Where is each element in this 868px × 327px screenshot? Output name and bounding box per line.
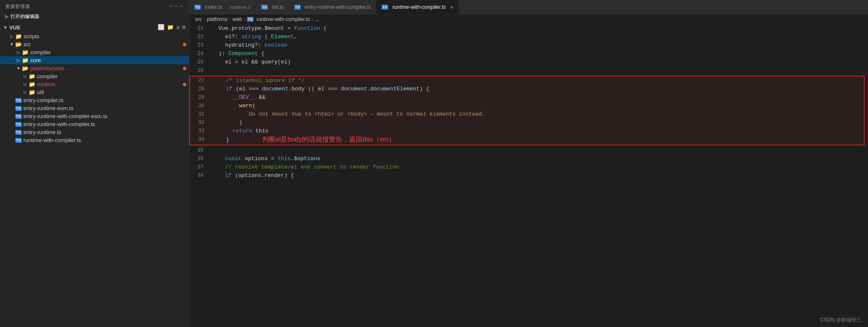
- runtime-label: runtime: [37, 81, 183, 87]
- explorer-more-button[interactable]: ···: [169, 3, 184, 10]
- code-line-27: 27 /* istanbul ignore if */: [190, 76, 864, 85]
- runtime-arrow: ▷: [22, 82, 29, 87]
- bc-ellipsis[interactable]: ...: [315, 16, 319, 22]
- util-label: util: [37, 89, 189, 95]
- tree-item-entry-runtime-esm[interactable]: ▷ TS entry-runtime-esm.ts: [0, 104, 189, 112]
- core-folder-icon: 📁: [22, 57, 29, 63]
- line-num-30: 30: [190, 102, 211, 110]
- line-content-36: const options = this.$options: [210, 155, 868, 163]
- line-num-21: 21: [189, 24, 210, 33]
- core-arrow: ▷: [15, 58, 22, 63]
- highlighted-block: 27 /* istanbul ignore if */ 28 if (el ==…: [189, 76, 865, 145]
- tab-ts-icon-entry-rwc: TS: [294, 5, 301, 10]
- tree-item-rwc[interactable]: ▷ TS runtime-with-compiler.ts: [0, 136, 189, 144]
- src-dot: [183, 43, 186, 46]
- vue-section-icons: ⬜ 📁 ↺ ⊟: [158, 24, 185, 31]
- code-line-34: 34 } 判断el是body的话就报警告，返回this（vm）: [190, 135, 864, 145]
- code-line-21: 21 Vue.prototype.$mount = function (: [189, 24, 868, 33]
- code-line-25: 25 el = el && query(el): [189, 58, 868, 66]
- line-content-31: `Do not mount Vue to <html> or <body> - …: [211, 110, 864, 119]
- tree-item-core[interactable]: ▷ 📁 core: [0, 56, 189, 64]
- bc-sep2: ›: [229, 16, 231, 22]
- collapse-icon[interactable]: ⊟: [182, 24, 185, 31]
- explorer-title: 资源管理器: [5, 3, 30, 10]
- bc-file[interactable]: runtime-with-compiler.ts: [255, 16, 310, 22]
- breadcrumb: src › platforms › web › TS runtime-with-…: [189, 15, 868, 24]
- tree-item-platforms-compiler[interactable]: ▷ 📁 compiler: [0, 72, 189, 80]
- line-num-33: 33: [190, 127, 211, 135]
- tree-item-entry-runtime[interactable]: ▷ TS entry-runtime.ts: [0, 128, 189, 136]
- code-line-36: 36 const options = this.$options: [189, 155, 868, 163]
- editor-area: TS index.ts ...\runtime 2 TS init.ts TS …: [189, 0, 868, 327]
- ts-icon-entry-rwc-esm: TS: [15, 114, 22, 119]
- new-folder-icon[interactable]: 📁: [167, 24, 174, 31]
- opened-editors-section[interactable]: ▷ 打开的编辑器: [0, 11, 189, 22]
- entry-rwc-label: entry-runtime-with-compiler.ts: [24, 121, 189, 127]
- tab-index-label: index.ts: [205, 4, 222, 10]
- line-num-36: 36: [189, 155, 210, 163]
- platforms-arrow: ▼: [15, 66, 22, 71]
- tab-ts-icon-init: TS: [261, 5, 268, 10]
- opened-editors-label: 打开的编辑器: [11, 13, 40, 20]
- platforms-folder-icon: 📂: [22, 65, 29, 71]
- compiler-folder-icon: 📁: [22, 49, 29, 55]
- ts-icon-entry-runtime: TS: [15, 130, 22, 135]
- line-content-34: } 判断el是body的话就报警告，返回this（vm）: [211, 135, 864, 145]
- rwc-label: runtime-with-compiler.ts: [24, 137, 189, 143]
- compiler-label: compiler: [30, 49, 189, 55]
- bc-src[interactable]: src: [195, 16, 202, 22]
- line-content-28: if (el === document.body || el === docum…: [211, 85, 864, 93]
- tree-item-entry-rwc[interactable]: ▷ TS entry-runtime-with-compiler.ts: [0, 120, 189, 128]
- bc-sep3: ›: [243, 16, 245, 22]
- line-num-22: 22: [189, 33, 210, 41]
- bc-web[interactable]: web: [233, 16, 242, 22]
- line-content-37: // resolve template/el and convert to re…: [210, 163, 868, 171]
- tab-init-ts[interactable]: TS init.ts: [256, 0, 289, 14]
- tree-item-src[interactable]: ▼ 📂 src: [0, 40, 189, 48]
- tree-item-scripts[interactable]: ▷ 📁 scripts: [0, 32, 189, 40]
- explorer-header: 资源管理器 ···: [0, 0, 189, 11]
- entry-runtime-esm-label: entry-runtime-esm.ts: [24, 105, 189, 111]
- runtime-dot: [183, 83, 186, 86]
- refresh-icon[interactable]: ↺: [176, 24, 180, 31]
- platforms-label: platforms\web: [30, 65, 183, 71]
- new-file-icon[interactable]: ⬜: [158, 24, 164, 31]
- tree-item-platforms[interactable]: ▼ 📂 platforms\web: [0, 64, 189, 72]
- tab-close-button[interactable]: ×: [450, 4, 453, 11]
- scripts-label: scripts: [24, 33, 189, 40]
- line-num-34: 34: [190, 135, 211, 144]
- line-content-27: /* istanbul ignore if */: [211, 76, 864, 85]
- line-content-30: warn(: [211, 102, 864, 110]
- opened-editors-arrow: ▷: [5, 14, 9, 19]
- util-folder-icon: 📁: [29, 89, 35, 95]
- runtime-folder-icon: 📁: [29, 81, 35, 87]
- code-line-31: 31 `Do not mount Vue to <html> or <body>…: [190, 110, 864, 119]
- bc-sep1: ›: [204, 16, 205, 22]
- platforms-compiler-label: compiler: [37, 73, 189, 79]
- chinese-annotation: 判断el是body的话就报警告，返回this（vm）: [262, 136, 395, 143]
- code-line-24: 24 ): Component {: [189, 50, 868, 58]
- code-line-33: 33 return this: [190, 127, 864, 135]
- line-content-38: if (options.render) {: [210, 171, 868, 180]
- src-folder-icon: 📂: [15, 41, 22, 47]
- tree-item-entry-compiler[interactable]: ▷ TS entry-compiler.ts: [0, 96, 189, 104]
- ts-icon-entry-compiler: TS: [15, 98, 22, 103]
- ts-icon-entry-rwc: TS: [15, 122, 22, 127]
- tab-init-label: init.ts: [272, 4, 284, 10]
- tab-rwc-active[interactable]: TS runtime-with-compiler.ts ×: [376, 0, 459, 14]
- tab-bar: TS index.ts ...\runtime 2 TS init.ts TS …: [189, 0, 868, 15]
- line-num-26: 26: [189, 66, 210, 75]
- vue-section-header[interactable]: ▼ VUE ⬜ 📁 ↺ ⊟: [0, 22, 189, 32]
- bc-platforms[interactable]: platforms: [207, 16, 228, 22]
- watermark: CSDN @前端张三: [820, 316, 861, 324]
- src-label: src: [24, 41, 183, 47]
- tab-index-ts[interactable]: TS index.ts ...\runtime 2: [189, 0, 256, 14]
- tab-entry-rwc[interactable]: TS entry-runtime-with-compiler.ts: [289, 0, 377, 14]
- tree-item-compiler[interactable]: ▷ 📁 compiler: [0, 48, 189, 56]
- tree-item-runtime[interactable]: ▷ 📁 runtime: [0, 80, 189, 88]
- tree-item-entry-rwc-esm[interactable]: ▷ TS entry-runtime-with-compiler-esm.ts: [0, 112, 189, 120]
- code-line-35: 35: [189, 146, 868, 155]
- line-content-25: el = el && query(el): [210, 58, 868, 66]
- tree-item-util[interactable]: ▷ 📁 util: [0, 88, 189, 96]
- platforms-compiler-arrow: ▷: [22, 74, 29, 79]
